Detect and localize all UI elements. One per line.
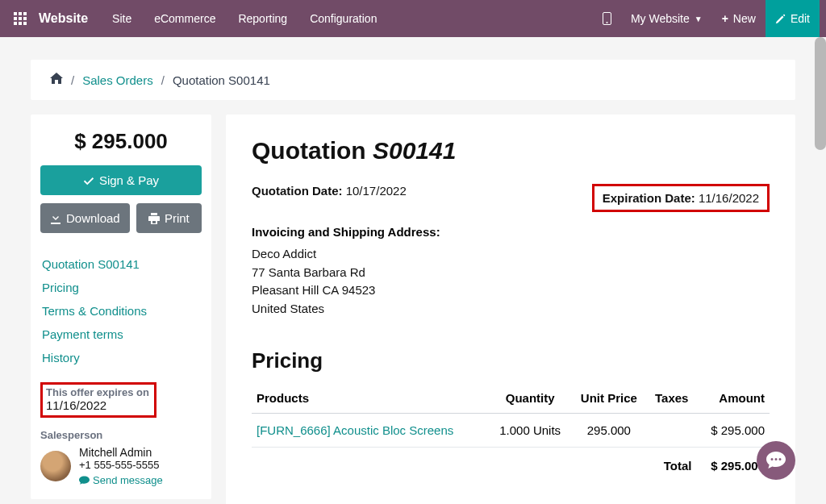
col-taxes: Taxes [647,383,696,414]
plus-icon: + [722,12,728,25]
apps-icon[interactable] [6,0,34,37]
sidebar-link-payment[interactable]: Payment terms [40,323,202,346]
table-row: [FURN_6666] Acoustic Bloc Screens 1.000 … [252,414,770,448]
page-title: Quotation S00141 [252,137,770,165]
col-unit-price: Unit Price [571,383,647,414]
row-unit: 295.000 [571,414,647,448]
check-icon [83,175,94,186]
nav-configuration[interactable]: Configuration [298,0,388,37]
nav-reporting[interactable]: Reporting [227,0,298,37]
product-link[interactable]: [FURN_6666] Acoustic Bloc Screens [257,423,453,437]
edit-button[interactable]: Edit [766,0,820,37]
svg-point-1 [606,22,607,23]
scrollbar[interactable] [815,37,826,150]
caret-down-icon: ▼ [695,15,703,23]
pricing-heading: Pricing [252,348,770,373]
total-price: $ 295.000 [31,115,211,165]
breadcrumb-current: Quotation S00141 [173,73,270,87]
pencil-icon [775,14,786,24]
send-message-link[interactable]: Send message [79,474,163,486]
salesperson-label: Salesperson [40,429,202,441]
expiration-date: Expiration Date: 11/16/2022 [603,191,759,205]
nav-ecommerce[interactable]: eCommerce [143,0,227,37]
mobile-icon[interactable] [593,0,621,37]
sidebar-link-terms[interactable]: Terms & Conditions [40,299,202,323]
avatar [40,451,71,481]
chat-bubble-icon [766,452,786,469]
salesperson-name: Mitchell Admin [79,446,163,459]
col-amount: Amount [696,383,770,414]
expire-label: This offer expires on [46,386,149,398]
breadcrumb: / Sales Orders / Quotation S00141 [31,60,795,100]
salesperson-phone: +1 555-555-5555 [79,459,163,471]
row-amount: $ 295.000 [696,414,770,448]
breadcrumb-sep: / [161,73,165,87]
sign-pay-button[interactable]: Sign & Pay [40,165,202,195]
row-qty: 1.000 Units [490,414,571,448]
sidebar-link-pricing[interactable]: Pricing [40,276,202,299]
offer-expires: This offer expires on 11/16/2022 [40,381,202,419]
quotation-date: Quotation Date: 10/17/2022 [252,184,573,198]
sidebar-link-history[interactable]: History [40,346,202,369]
breadcrumb-sales[interactable]: Sales Orders [82,73,153,87]
address: Deco Addict 77 Santa Barbara Rd Pleasant… [252,245,770,318]
chat-icon [79,476,90,485]
new-button[interactable]: +New [712,0,766,37]
download-button[interactable]: Download [40,203,130,233]
col-products: Products [252,383,490,414]
print-icon [148,213,160,224]
expiration-highlight: Expiration Date: 11/16/2022 [592,184,770,212]
print-button[interactable]: Print [136,203,202,233]
chat-fab[interactable] [757,441,795,480]
total-label: Total [571,448,697,485]
download-icon [50,213,61,224]
col-quantity: Quantity [490,383,571,414]
home-icon[interactable] [50,73,63,87]
row-taxes [647,414,696,448]
expire-date: 11/16/2022 [46,398,149,412]
brand[interactable]: Website [34,0,101,37]
sidebar-link-quotation[interactable]: Quotation S00141 [40,252,202,276]
nav-site[interactable]: Site [101,0,143,37]
breadcrumb-sep: / [71,73,74,87]
address-label: Invoicing and Shipping Address: [252,225,770,239]
my-website-dropdown[interactable]: My Website ▼ [621,0,712,37]
